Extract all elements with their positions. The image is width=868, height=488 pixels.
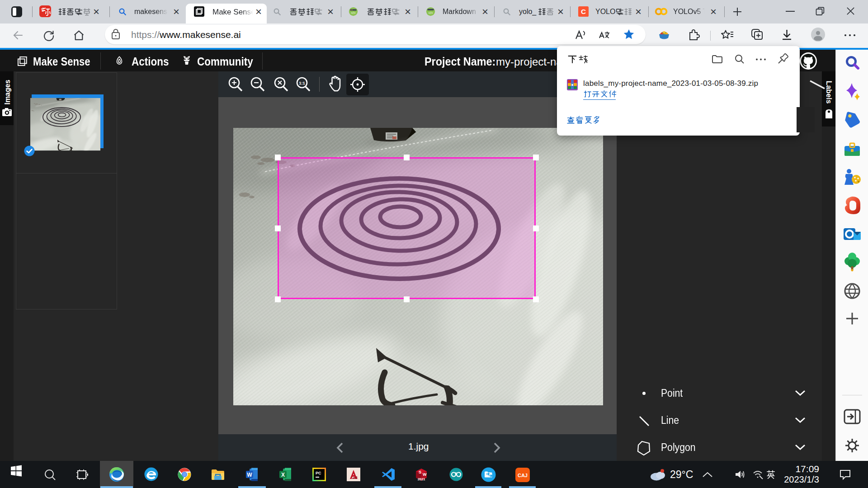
svg-text:W: W bbox=[423, 472, 427, 477]
svg-text:</>: </> bbox=[428, 11, 433, 14]
svg-text:X: X bbox=[281, 472, 285, 478]
svg-text:PC: PC bbox=[316, 471, 321, 475]
svg-text:2021: 2021 bbox=[418, 477, 425, 481]
svg-text:CAJ: CAJ bbox=[518, 473, 528, 478]
svg-text:</>: </> bbox=[351, 11, 355, 14]
svg-text:C: C bbox=[581, 8, 586, 15]
svg-text:S: S bbox=[419, 470, 421, 474]
svg-text:Images: Images bbox=[4, 80, 11, 104]
svg-text:W: W bbox=[247, 472, 252, 478]
svg-text:1:1: 1:1 bbox=[299, 80, 305, 85]
